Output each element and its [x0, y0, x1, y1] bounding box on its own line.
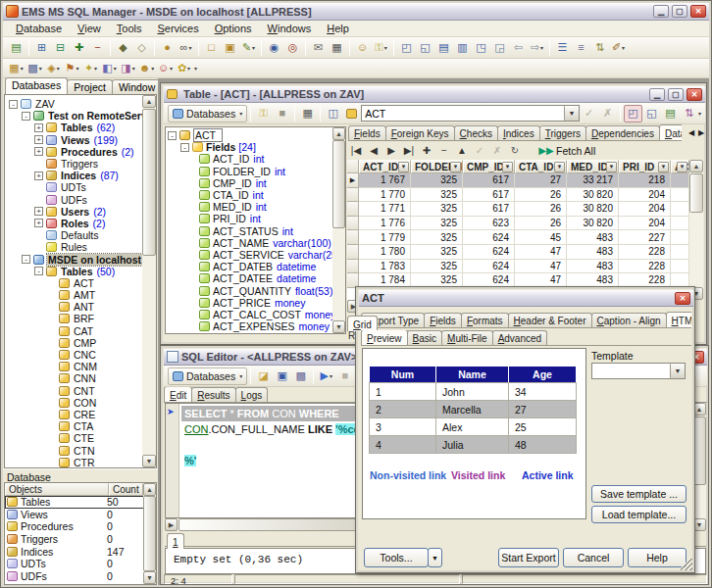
- new-user-icon[interactable]: ☻▾: [137, 60, 156, 77]
- field-item-act-name[interactable]: ACT_NAMEvarchar(100): [166, 237, 345, 249]
- tree-item-cmp[interactable]: CMP: [5, 337, 156, 349]
- unregister-host-icon[interactable]: ⊟: [51, 39, 70, 57]
- table-select-combo[interactable]: ACT ▼: [361, 105, 580, 122]
- scroll-up-icon[interactable]: ▲: [143, 483, 156, 496]
- register-database-icon[interactable]: ✚: [70, 39, 88, 57]
- sql-tab-logs[interactable]: Logs: [235, 387, 269, 402]
- scroll-thumb[interactable]: [689, 173, 703, 213]
- field-item-act-quantity[interactable]: ACT_QUANTITYfloat(53): [166, 284, 345, 296]
- databases-dropdown[interactable]: Databases▾: [168, 105, 247, 122]
- tree-item-act[interactable]: ACT: [5, 277, 156, 289]
- tree-expander-icon[interactable]: +: [34, 172, 43, 180]
- objects-scrollbar[interactable]: ▲ ▼: [143, 483, 156, 584]
- save-all-icon[interactable]: ▩: [291, 368, 310, 385]
- duplicate-object-icon[interactable]: ▣: [221, 39, 239, 57]
- tab-data[interactable]: Data: [659, 124, 682, 140]
- report-icon[interactable]: ▤: [661, 105, 680, 122]
- tile-vertical-icon[interactable]: ▤: [434, 39, 453, 57]
- column-filter-icon[interactable]: ▼: [554, 162, 565, 172]
- tree-item-tables[interactable]: -Tables(50): [5, 266, 156, 277]
- fetch-all-label[interactable]: Fetch All: [556, 145, 595, 157]
- next-record-icon[interactable]: ▶: [383, 143, 399, 158]
- fetch-all-icon[interactable]: ▶▶: [538, 143, 554, 158]
- prior-record-icon[interactable]: ◀: [366, 143, 381, 158]
- tree-item-tables[interactable]: +Tables(62): [5, 122, 156, 133]
- object-row-tables[interactable]: Tables50: [5, 496, 156, 509]
- scroll-down-icon[interactable]: ▼: [142, 455, 156, 467]
- menu-view[interactable]: View: [71, 21, 108, 36]
- tree-item-msde-on-localhost[interactable]: -MSDE on localhost: [5, 253, 156, 265]
- edit-view-icon[interactable]: ◰: [624, 105, 642, 122]
- export-tab-caption-align[interactable]: Caption - Align: [591, 313, 667, 327]
- tree-item-cnn[interactable]: CNN: [5, 372, 156, 384]
- column-filter-icon[interactable]: ▼: [450, 162, 461, 172]
- tree-scrollbar[interactable]: ▲ ▼: [142, 95, 156, 467]
- save-file-icon[interactable]: ▣: [273, 368, 291, 385]
- execute-query-icon[interactable]: ▶▾: [317, 368, 335, 385]
- tab-triggers[interactable]: Triggers: [539, 125, 586, 140]
- fields-scrollbar[interactable]: ▲ ▼: [332, 127, 345, 333]
- tools-icon[interactable]: ✐▾: [609, 39, 628, 57]
- field-item-cmp-id[interactable]: CMP_IDint: [166, 177, 345, 189]
- grid-column-cmp-id[interactable]: CMP_ID▼: [463, 160, 515, 173]
- field-item-act-price[interactable]: ACT_PRICEmoney: [166, 297, 345, 309]
- scroll-thumb[interactable]: [142, 109, 156, 256]
- close-all-icon[interactable]: ◲: [490, 39, 509, 57]
- count-column-header[interactable]: Count: [109, 483, 143, 496]
- insert-record-icon[interactable]: ✚: [419, 143, 434, 158]
- tree-expander-icon[interactable]: -: [9, 100, 18, 109]
- scroll-right-icon[interactable]: ▶: [165, 518, 178, 531]
- tree-item-indices[interactable]: +Indices(87): [5, 170, 156, 181]
- tree-expander-icon[interactable]: +: [34, 147, 43, 156]
- tree-expander-icon[interactable]: -: [180, 143, 189, 152]
- tab-fields[interactable]: Fields: [348, 125, 386, 140]
- fields-tree-root[interactable]: -ACT: [166, 129, 345, 141]
- grid-row[interactable]: ▶1 7673256172733 217218: [347, 173, 689, 188]
- discard-changes-icon[interactable]: ✗: [598, 105, 617, 122]
- scroll-up-icon[interactable]: ▲: [142, 95, 156, 108]
- find-next-icon[interactable]: ◎: [283, 39, 302, 57]
- help-button[interactable]: Help: [628, 548, 687, 567]
- field-item-cta-id[interactable]: CTA_IDint: [166, 189, 345, 201]
- tree-item-cte[interactable]: CTE: [5, 432, 156, 444]
- tree-item-rules[interactable]: Rules: [5, 241, 156, 253]
- menu-services[interactable]: Services: [150, 21, 205, 36]
- grid-view-tab[interactable]: Grid: [347, 316, 378, 331]
- arrange-windows-icon[interactable]: ▥: [453, 39, 472, 57]
- tree-item-procedures[interactable]: +Procedures(2): [5, 146, 156, 158]
- forward-icon[interactable]: ⇨▾: [528, 39, 546, 57]
- minimize-all-icon[interactable]: ◳: [472, 39, 490, 57]
- tree-item-roles[interactable]: +Roles(2): [5, 218, 156, 229]
- grid-row[interactable]: 1 77932562445483227: [347, 230, 689, 245]
- scroll-thumb[interactable]: [178, 518, 375, 531]
- scroll-thumb[interactable]: [332, 140, 345, 228]
- new-role-icon[interactable]: ☺▾: [156, 60, 175, 77]
- column-filter-icon[interactable]: ▼: [658, 162, 669, 172]
- field-item-med-id[interactable]: MED_IDint: [166, 201, 345, 213]
- tab-indices[interactable]: Indices: [497, 125, 540, 140]
- cancel-edit-icon[interactable]: ✗: [489, 143, 505, 158]
- object-row-procedures[interactable]: Procedures0: [5, 520, 156, 533]
- grid-column-act[interactable]: ACT▼: [671, 160, 689, 173]
- grid-column-cta-id[interactable]: CTA_ID▼: [515, 160, 567, 173]
- user-manager-icon[interactable]: ☺: [353, 39, 372, 57]
- field-item-act-datee[interactable]: ACT_DATEEdatetime: [166, 272, 345, 284]
- tree-expander-icon[interactable]: -: [22, 112, 30, 121]
- grid-row[interactable]: 1 78032562447483228: [347, 245, 689, 260]
- scroll-thumb[interactable]: [143, 496, 156, 571]
- minimize-button[interactable]: ▁: [649, 88, 665, 101]
- grant-manager-icon[interactable]: ⚿▾: [372, 39, 390, 57]
- sql-editor-icon[interactable]: ☰: [553, 39, 572, 57]
- export-tab-formats[interactable]: Formats: [461, 313, 509, 327]
- subtab-multi-file[interactable]: Multi-File: [441, 330, 493, 345]
- scroll-down-icon[interactable]: ▼: [332, 320, 345, 333]
- sql-script-icon[interactable]: ≡: [572, 39, 590, 57]
- tree-expander-icon[interactable]: -: [22, 255, 30, 264]
- object-row-udfs[interactable]: UDFs0: [5, 570, 156, 583]
- connect-to-database-icon[interactable]: ◆: [114, 39, 132, 57]
- dialog-close-icon[interactable]: ✕: [675, 292, 690, 305]
- databases-dropdown[interactable]: Databases▾: [168, 368, 247, 385]
- cascade-windows-icon[interactable]: ◰: [397, 39, 416, 57]
- toolbar-overflow-icon[interactable]: ▾: [698, 110, 701, 117]
- tree-item-ctr[interactable]: CTR: [5, 457, 156, 468]
